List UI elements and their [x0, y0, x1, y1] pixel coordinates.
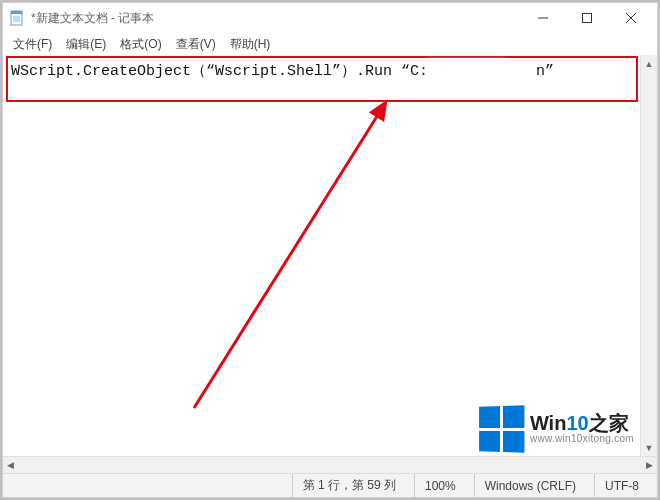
- horizontal-scrollbar[interactable]: ◀ ▶: [3, 456, 657, 473]
- menu-file[interactable]: 文件(F): [7, 34, 58, 55]
- window-title: *新建文本文档 - 记事本: [31, 10, 154, 27]
- maximize-button[interactable]: [565, 4, 609, 32]
- notepad-icon: [9, 10, 25, 26]
- status-position: 第 1 行，第 59 列: [292, 474, 406, 497]
- scroll-down-icon[interactable]: ▼: [641, 439, 657, 456]
- notepad-window: *新建文本文档 - 记事本 文件(F) 编辑(E) 格式(O) 查看(V) 帮助…: [2, 2, 658, 498]
- status-line-ending: Windows (CRLF): [474, 474, 586, 497]
- status-zoom: 100%: [414, 474, 466, 497]
- svg-rect-6: [583, 14, 592, 23]
- svg-rect-1: [11, 11, 22, 14]
- menubar: 文件(F) 编辑(E) 格式(O) 查看(V) 帮助(H): [3, 33, 657, 55]
- menu-help[interactable]: 帮助(H): [224, 34, 277, 55]
- editor-area: ▲ ▼: [3, 55, 657, 456]
- titlebar: *新建文本文档 - 记事本: [3, 3, 657, 33]
- minimize-button[interactable]: [521, 4, 565, 32]
- menu-format[interactable]: 格式(O): [114, 34, 167, 55]
- vertical-scrollbar[interactable]: ▲ ▼: [640, 55, 657, 456]
- menu-view[interactable]: 查看(V): [170, 34, 222, 55]
- text-editor[interactable]: [3, 55, 640, 456]
- scroll-left-icon[interactable]: ◀: [7, 460, 14, 470]
- scroll-up-icon[interactable]: ▲: [641, 55, 657, 72]
- window-controls: [521, 4, 653, 32]
- statusbar: 第 1 行，第 59 列 100% Windows (CRLF) UTF-8: [3, 473, 657, 497]
- status-encoding: UTF-8: [594, 474, 649, 497]
- close-button[interactable]: [609, 4, 653, 32]
- scroll-right-icon[interactable]: ▶: [646, 460, 653, 470]
- menu-edit[interactable]: 编辑(E): [60, 34, 112, 55]
